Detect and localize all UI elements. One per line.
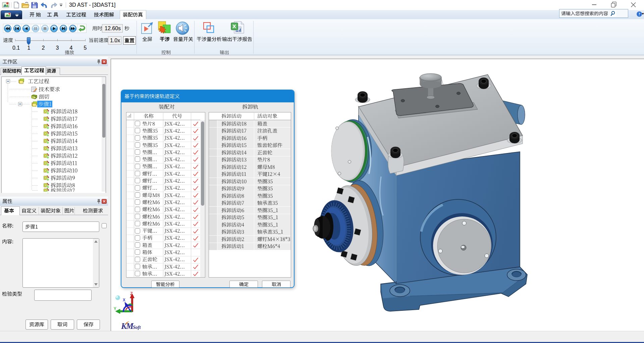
svg-text:Soft: Soft <box>133 325 141 330</box>
svg-text:X: X <box>123 298 125 303</box>
svg-text:KM: KM <box>121 322 134 331</box>
svg-text:?: ? <box>638 12 640 16</box>
svg-text:Z: Z <box>130 291 133 296</box>
svg-text:Y: Y <box>114 306 116 311</box>
